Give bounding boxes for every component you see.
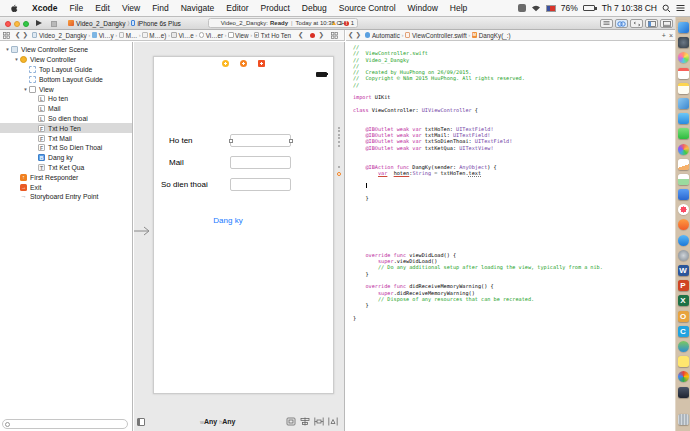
device-name[interactable]: iPhone 6s Plus	[137, 20, 180, 27]
standard-editor-button[interactable]	[600, 19, 613, 28]
add-assistant-editor-button[interactable]: +	[662, 32, 669, 39]
menu-source-control[interactable]: Source Control	[333, 3, 402, 13]
assistant-back-forward[interactable]: ❮❯	[348, 31, 363, 39]
toggle-debug-area-button[interactable]	[660, 19, 673, 28]
issue-forward-arrow[interactable]: ❯	[319, 31, 326, 39]
dock-word-icon[interactable]: W	[678, 265, 689, 276]
dock-itunes-icon[interactable]	[678, 204, 689, 215]
breadcrumb-right-1[interactable]: ViewController.swift	[405, 32, 467, 39]
dock-coc-coc-icon[interactable]: C	[678, 326, 689, 337]
outline-item-ho-ten[interactable]: LHo ten	[0, 94, 132, 104]
selection-handle-right[interactable]	[289, 139, 293, 143]
first-responder-icon[interactable]	[240, 60, 247, 67]
issue-back-arrow[interactable]: ❮	[298, 31, 305, 39]
menu-edit[interactable]: Edit	[89, 3, 116, 13]
disclosure-triangle[interactable]: ▼	[4, 47, 11, 52]
dock-chrome-icon[interactable]	[678, 371, 689, 382]
issue-error-dot[interactable]	[310, 33, 315, 38]
breadcrumb-right-0[interactable]: Automatic	[365, 32, 400, 39]
outline-item-dang-ky[interactable]: BDang ky	[0, 153, 132, 163]
outline-item-top-layout-guide[interactable]: Top Layout Guide	[0, 65, 132, 75]
form-label-2[interactable]: So dien thoai	[161, 180, 208, 189]
dock-design-app-icon[interactable]	[678, 387, 689, 398]
menu-debug[interactable]: Debug	[296, 3, 333, 13]
outline-item-txt-so-dien-thoai[interactable]: FTxt So Dien Thoai	[0, 143, 132, 153]
view-controller-icon[interactable]	[222, 60, 229, 67]
menu-view[interactable]: View	[116, 3, 146, 13]
menu-product[interactable]: Product	[254, 3, 295, 13]
error-icon[interactable]: !	[344, 21, 350, 27]
history-back-forward[interactable]: ❮❯	[15, 31, 30, 39]
dock-safari-icon[interactable]	[678, 144, 689, 155]
dock-office-o-icon[interactable]: O	[678, 311, 689, 322]
outline-item-first-responder[interactable]: ↑First Responder	[0, 172, 132, 182]
assistant-editor-button[interactable]	[615, 19, 628, 28]
breadcrumb-left-0[interactable]: Video_2_Dangky	[32, 32, 87, 39]
text-field-2[interactable]	[230, 178, 291, 191]
disclosure-triangle[interactable]: ▼	[22, 87, 29, 92]
notification-center-icon[interactable]	[676, 4, 685, 12]
dock-facetime-icon[interactable]	[678, 128, 689, 139]
stop-button[interactable]	[51, 21, 57, 27]
breadcrumb-left-1[interactable]: Vi…y	[92, 32, 114, 39]
dock-powerpoint-icon[interactable]: P	[678, 280, 689, 291]
dock-system-preferences-icon[interactable]	[678, 250, 689, 261]
outline-item-txt-mail[interactable]: FTxt Mail	[0, 133, 132, 143]
menu-xcode[interactable]: Xcode	[26, 3, 64, 13]
size-class-control[interactable]: wAny hAny	[200, 418, 235, 425]
menu-editor[interactable]: Editor	[220, 3, 254, 13]
pin-constraints-button[interactable]	[314, 417, 324, 426]
dock-display-icon[interactable]	[678, 189, 689, 200]
dock-calendar-icon[interactable]	[678, 68, 689, 79]
breadcrumb-left-3[interactable]: M…e)	[142, 32, 166, 39]
align-button[interactable]	[300, 417, 310, 426]
input-source-icon[interactable]	[518, 4, 526, 12]
view-controller-frame[interactable]: Ho tenMailSo dien thoai Dang ky	[153, 56, 334, 394]
breadcrumb-left-7[interactable]: FTxt Ho Ten	[254, 32, 291, 39]
wifi-icon[interactable]	[531, 4, 541, 12]
outline-item-so-dien-thoai[interactable]: LSo dien thoai	[0, 114, 132, 124]
outline-item-txt-ho-ten[interactable]: FTxt Ho Ten	[0, 123, 132, 133]
outline-item-view-controller-scene[interactable]: ▼View Controller Scene	[0, 45, 132, 55]
related-items-icon[interactable]	[3, 32, 10, 39]
dock-notes-icon[interactable]	[678, 83, 689, 94]
dock-numbers-icon[interactable]	[678, 174, 689, 185]
menu-help[interactable]: Help	[444, 3, 473, 13]
dangky-button[interactable]: Dang ky	[213, 216, 242, 225]
toggle-navigator-button[interactable]	[645, 19, 658, 28]
dock-messages-icon[interactable]	[678, 113, 689, 124]
scheme-selector[interactable]: Video_2_Dangky 〉 iPhone 6s Plus	[68, 18, 181, 28]
form-label-0[interactable]: Ho ten	[169, 136, 193, 145]
dock-stickies-icon[interactable]	[678, 356, 689, 367]
version-editor-button[interactable]	[630, 19, 643, 28]
menu-window[interactable]: Window	[402, 3, 444, 13]
exit-icon[interactable]	[258, 60, 265, 67]
dock-pages-icon[interactable]	[678, 159, 689, 170]
breadcrumb-left-4[interactable]: Vi…e	[171, 32, 193, 39]
outline-item-view-controller[interactable]: ▼View Controller	[0, 55, 132, 65]
outline-item-storyboard-entry-point[interactable]: →Storyboard Entry Point	[0, 192, 132, 202]
dock-ibooks-icon[interactable]	[678, 219, 689, 230]
spotlight-icon[interactable]	[662, 4, 671, 13]
text-field-0[interactable]	[230, 134, 291, 147]
warning-icon[interactable]: ▲	[331, 20, 337, 27]
form-label-1[interactable]: Mail	[169, 158, 184, 167]
interface-builder-canvas[interactable]: Ho tenMailSo dien thoai Dang ky wAny hAn…	[134, 42, 345, 431]
dock-preview-icon[interactable]	[678, 98, 689, 109]
related-items-icon-right[interactable]	[331, 32, 338, 39]
outline-item-txt-ket-qua[interactable]: TTxt Ket Qua	[0, 163, 132, 173]
dock-trash-icon[interactable]	[678, 414, 689, 425]
selection-handle-left[interactable]	[229, 139, 233, 143]
dock-finder-icon[interactable]	[678, 22, 689, 33]
text-field-1[interactable]	[230, 156, 291, 169]
zoom-window-button[interactable]	[23, 21, 29, 27]
breadcrumb-right-2[interactable]: MDangKy(_:)	[472, 32, 511, 39]
source-editor[interactable]: //// ViewController.swift// Video_2_Dang…	[346, 42, 690, 431]
outline-item-bottom-layout-guide[interactable]: Bottom Layout Guide	[0, 74, 132, 84]
breadcrumb-left-5[interactable]: Vi…er	[199, 32, 223, 39]
breadcrumb-left-2[interactable]: M…	[119, 32, 138, 39]
menu-find[interactable]: Find	[146, 3, 175, 13]
apple-menu-icon[interactable]	[10, 4, 19, 13]
disclosure-triangle[interactable]: ▼	[13, 57, 20, 62]
dock-photos-icon[interactable]	[678, 52, 689, 63]
